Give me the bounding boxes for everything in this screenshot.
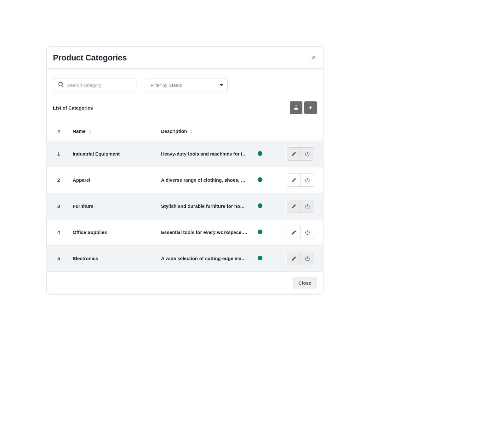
- close-button[interactable]: Close: [293, 277, 317, 289]
- cell-status: [255, 167, 284, 193]
- cell-name: Apparel: [70, 167, 158, 193]
- col-description[interactable]: Description: [158, 124, 255, 141]
- cell-index: 1: [47, 141, 70, 167]
- cell-status: [255, 141, 284, 167]
- edit-button[interactable]: [287, 200, 301, 213]
- status-active-icon: [258, 203, 262, 208]
- cell-description: Stylish and durable furniture for home a…: [158, 193, 255, 219]
- col-index: #: [47, 124, 70, 141]
- product-categories-modal: Product Categories Filter by Status List…: [46, 46, 324, 295]
- search-field[interactable]: [53, 78, 136, 92]
- add-button[interactable]: [304, 101, 317, 114]
- row-actions: [287, 200, 314, 213]
- cell-actions: [284, 245, 323, 271]
- categories-table: # Name Description 1Industrial Equipment: [47, 124, 323, 272]
- status-active-icon: [258, 151, 262, 156]
- table-row: 5ElectronicsA wide selection of cutting-…: [47, 245, 323, 271]
- filter-by-status-select[interactable]: Filter by Status: [146, 78, 228, 92]
- cell-actions: [284, 219, 323, 245]
- cell-name: Industrial Equipment: [70, 141, 158, 167]
- edit-button[interactable]: [287, 174, 301, 186]
- power-button[interactable]: [301, 252, 314, 265]
- power-button[interactable]: [301, 226, 314, 239]
- cell-status: [255, 193, 284, 219]
- list-actions: [290, 101, 317, 114]
- row-actions: [287, 147, 314, 161]
- col-status: [255, 124, 284, 141]
- table-row: 1Industrial EquipmentHeavy-duty tools an…: [47, 141, 323, 167]
- col-actions: [284, 124, 323, 141]
- power-button[interactable]: [301, 148, 314, 160]
- cell-index: 3: [47, 193, 70, 219]
- modal-footer: Close: [47, 272, 323, 294]
- row-actions: [287, 226, 314, 239]
- status-active-icon: [258, 177, 262, 182]
- cell-name: Furniture: [70, 193, 158, 219]
- upload-button[interactable]: [290, 101, 302, 114]
- list-header: List of Categories: [47, 98, 323, 115]
- sort-icon: [89, 129, 91, 134]
- row-actions: [287, 173, 314, 187]
- edit-button[interactable]: [287, 226, 301, 239]
- status-active-icon: [258, 256, 262, 260]
- sort-icon: [190, 129, 193, 134]
- cell-index: 2: [47, 167, 70, 193]
- close-icon[interactable]: [311, 54, 317, 62]
- cell-description: Heavy-duty tools and machines for indust…: [158, 141, 255, 167]
- table-row: 3FurnitureStylish and durable furniture …: [47, 193, 323, 219]
- svg-point-0: [59, 82, 62, 86]
- cell-status: [255, 219, 284, 245]
- power-button[interactable]: [301, 174, 314, 186]
- cell-actions: [284, 141, 323, 167]
- cell-description: A wide selection of cutting-edge electro…: [158, 245, 255, 271]
- cell-actions: [284, 167, 323, 193]
- edit-button[interactable]: [287, 148, 301, 160]
- modal-header: Product Categories: [47, 47, 323, 69]
- controls-row: Filter by Status: [47, 69, 323, 98]
- status-active-icon: [258, 230, 262, 234]
- search-icon: [58, 81, 67, 89]
- table-row: 4Office SuppliesEssential tools for ever…: [47, 219, 323, 245]
- table-row: 2ApparelA diverse range of clothing, sho…: [47, 167, 323, 193]
- row-actions: [287, 252, 314, 265]
- cell-name: Electronics: [70, 245, 158, 271]
- cell-index: 4: [47, 219, 70, 245]
- cell-status: [255, 245, 284, 271]
- power-button[interactable]: [301, 200, 314, 213]
- cell-index: 5: [47, 245, 70, 271]
- cell-description: A diverse range of clothing, shoes, and …: [158, 167, 255, 193]
- edit-button[interactable]: [287, 252, 301, 265]
- svg-rect-1: [294, 108, 298, 110]
- filter-placeholder: Filter by Status: [151, 82, 182, 88]
- cell-description: Essential tools for every workspace and …: [158, 219, 255, 245]
- cell-actions: [284, 193, 323, 219]
- modal-title: Product Categories: [53, 53, 127, 63]
- col-name[interactable]: Name: [70, 124, 158, 141]
- cell-name: Office Supplies: [70, 219, 158, 245]
- list-title: List of Categories: [53, 105, 93, 111]
- search-input[interactable]: [67, 82, 132, 88]
- table-header-row: # Name Description: [47, 124, 323, 141]
- chevron-down-icon: [220, 84, 223, 86]
